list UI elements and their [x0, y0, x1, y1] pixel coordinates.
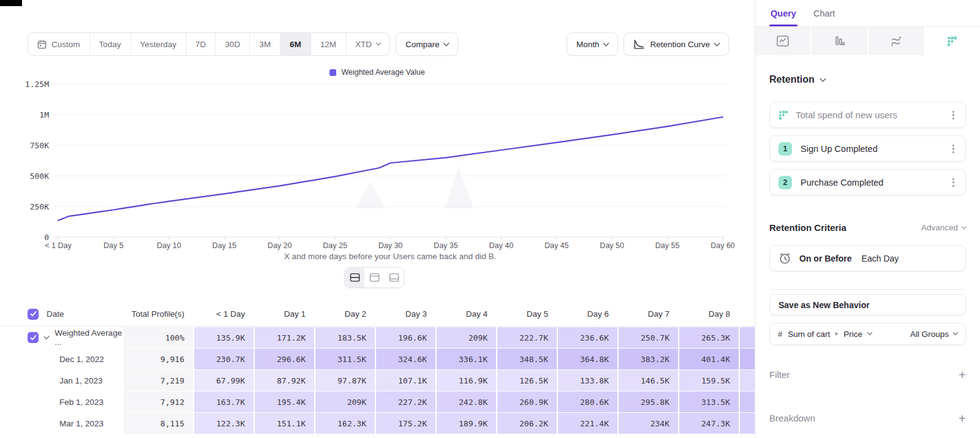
- retention-value-cell[interactable]: 196.6K: [376, 327, 435, 348]
- retention-value-cell-clipped[interactable]: [740, 370, 755, 391]
- total-profiles-cell[interactable]: 9,916: [124, 349, 193, 369]
- advanced-toggle[interactable]: Advanced: [921, 223, 966, 232]
- retention-value-cell[interactable]: 67.99K: [194, 370, 254, 391]
- retention-value-cell[interactable]: 122.3K: [194, 413, 254, 434]
- measure-property-row[interactable]: # Sum of cart Price All Groups: [769, 323, 966, 345]
- insights-tab[interactable]: [755, 27, 812, 55]
- retention-value-cell[interactable]: 151.1K: [255, 413, 314, 434]
- retention-value-cell[interactable]: 162.3K: [315, 413, 375, 434]
- retention-value-cell[interactable]: 336.1K: [437, 349, 496, 369]
- retention-value-cell[interactable]: 163.7K: [194, 391, 254, 412]
- column-header-day-7[interactable]: Day 7: [619, 302, 678, 326]
- retention-value-cell[interactable]: 116.9K: [437, 370, 496, 391]
- expand-chevron-icon[interactable]: [43, 334, 49, 339]
- retention-value-cell-clipped[interactable]: [740, 391, 755, 412]
- column-header-day-6[interactable]: Day 6: [558, 302, 617, 326]
- total-profiles-cell[interactable]: 7,219: [124, 370, 193, 391]
- chart-only-view-button[interactable]: [364, 268, 384, 287]
- row-label[interactable]: Jan 1, 2023: [0, 370, 123, 391]
- retention-value-cell[interactable]: 311.5K: [315, 349, 375, 369]
- table-only-view-button[interactable]: [384, 268, 404, 287]
- kebab-menu-icon[interactable]: [950, 108, 957, 122]
- column-header--1-day[interactable]: < 1 Day: [194, 302, 254, 326]
- retention-value-cell[interactable]: 348.5K: [497, 349, 557, 369]
- range-3m[interactable]: 3M: [249, 33, 280, 55]
- funnels-tab[interactable]: [812, 27, 868, 55]
- range-yesterday[interactable]: Yesterday: [130, 33, 186, 55]
- range-custom[interactable]: Custom: [28, 33, 89, 55]
- add-breakdown-button[interactable]: +: [959, 412, 966, 425]
- retention-value-cell[interactable]: 175.2K: [376, 413, 435, 434]
- retention-value-cell[interactable]: 313.5K: [679, 391, 739, 412]
- range-6m[interactable]: 6M: [280, 33, 311, 55]
- retention-value-cell-clipped[interactable]: [740, 349, 755, 369]
- retention-value-cell[interactable]: 324.6K: [376, 349, 435, 369]
- retention-value-cell-clipped[interactable]: [740, 413, 755, 434]
- column-header-day-3[interactable]: Day 3: [376, 302, 435, 326]
- retention-section-title[interactable]: Retention: [769, 74, 966, 85]
- retention-value-cell[interactable]: 364.8K: [558, 349, 617, 369]
- retention-value-cell[interactable]: 126.5K: [497, 370, 557, 391]
- retention-value-cell[interactable]: 247.3K: [679, 413, 739, 434]
- column-header-day-2[interactable]: Day 2: [315, 302, 375, 326]
- behavior-card[interactable]: Total spend of new users: [769, 102, 966, 128]
- tab-chart[interactable]: Chart: [813, 0, 835, 26]
- row-checkbox[interactable]: [28, 332, 39, 343]
- retention-value-cell[interactable]: 221.4K: [558, 413, 617, 434]
- retention-value-cell[interactable]: 250.7K: [619, 327, 678, 348]
- retention-value-cell[interactable]: 280.6K: [558, 391, 617, 412]
- granularity-button[interactable]: Month: [567, 32, 619, 56]
- chart-type-button[interactable]: Retention Curve: [624, 32, 729, 56]
- row-label[interactable]: Mar 1, 2023: [0, 413, 123, 434]
- retention-value-cell[interactable]: 146.5K: [619, 370, 678, 391]
- add-filter-button[interactable]: +: [959, 368, 966, 381]
- retention-value-cell[interactable]: 209K: [315, 391, 375, 412]
- retention-value-cell[interactable]: 171.2K: [255, 327, 314, 348]
- retention-value-cell[interactable]: 296.6K: [255, 349, 314, 369]
- weighted-average-line[interactable]: [58, 117, 723, 221]
- step-1-card[interactable]: 1 Sign Up Completed: [769, 135, 966, 162]
- column-header-total-profile-s-[interactable]: Total Profile(s): [124, 302, 193, 326]
- retention-criteria-card[interactable]: On or Before Each Day: [769, 245, 966, 271]
- total-profiles-cell[interactable]: 100%: [124, 327, 193, 348]
- retention-value-cell[interactable]: 195.4K: [255, 391, 314, 412]
- retention-value-cell[interactable]: 383.2K: [619, 349, 678, 369]
- row-label[interactable]: Weighted Average ...: [0, 327, 123, 348]
- retention-tab[interactable]: [925, 27, 980, 55]
- flows-tab[interactable]: [869, 27, 925, 55]
- measure-property[interactable]: # Sum of cart Price: [778, 330, 872, 339]
- retention-value-cell-clipped[interactable]: [740, 327, 755, 348]
- total-profiles-cell[interactable]: 8,115: [124, 413, 193, 434]
- column-header-day-1[interactable]: Day 1: [255, 302, 314, 326]
- retention-value-cell[interactable]: 97.87K: [315, 370, 375, 391]
- step-2-card[interactable]: 2 Purchase Completed: [769, 169, 966, 195]
- retention-value-cell[interactable]: 189.9K: [437, 413, 496, 434]
- range-today[interactable]: Today: [89, 33, 130, 55]
- retention-value-cell[interactable]: 209K: [437, 327, 496, 348]
- column-header-day-4[interactable]: Day 4: [437, 302, 496, 326]
- column-header-date[interactable]: Date: [0, 302, 123, 326]
- range-xtd[interactable]: XTD: [345, 33, 390, 55]
- split-view-button[interactable]: [345, 268, 364, 287]
- groups-selector[interactable]: All Groups: [910, 330, 957, 339]
- retention-value-cell[interactable]: 133.8K: [558, 370, 617, 391]
- row-checkbox[interactable]: [28, 309, 39, 320]
- tab-query[interactable]: Query: [771, 0, 796, 26]
- kebab-menu-icon[interactable]: [950, 176, 957, 189]
- total-profiles-cell[interactable]: 7,912: [124, 391, 193, 412]
- row-label[interactable]: Dec 1, 2022: [0, 349, 123, 369]
- retention-value-cell[interactable]: 227.2K: [376, 391, 435, 412]
- retention-value-cell[interactable]: 222.7K: [497, 327, 557, 348]
- retention-value-cell[interactable]: 295.8K: [619, 391, 678, 412]
- retention-value-cell[interactable]: 135.9K: [194, 327, 254, 348]
- retention-value-cell[interactable]: 183.5K: [315, 327, 375, 348]
- range-30d[interactable]: 30D: [215, 33, 249, 55]
- retention-value-cell[interactable]: 87.92K: [255, 370, 314, 391]
- retention-value-cell[interactable]: 260.9K: [497, 391, 557, 412]
- range-7d[interactable]: 7D: [186, 33, 215, 55]
- kebab-menu-icon[interactable]: [950, 142, 957, 156]
- retention-value-cell[interactable]: 401.4K: [679, 349, 739, 369]
- retention-value-cell[interactable]: 265.3K: [679, 327, 739, 348]
- compare-button[interactable]: Compare: [396, 32, 459, 56]
- retention-value-cell[interactable]: 230.7K: [194, 349, 254, 369]
